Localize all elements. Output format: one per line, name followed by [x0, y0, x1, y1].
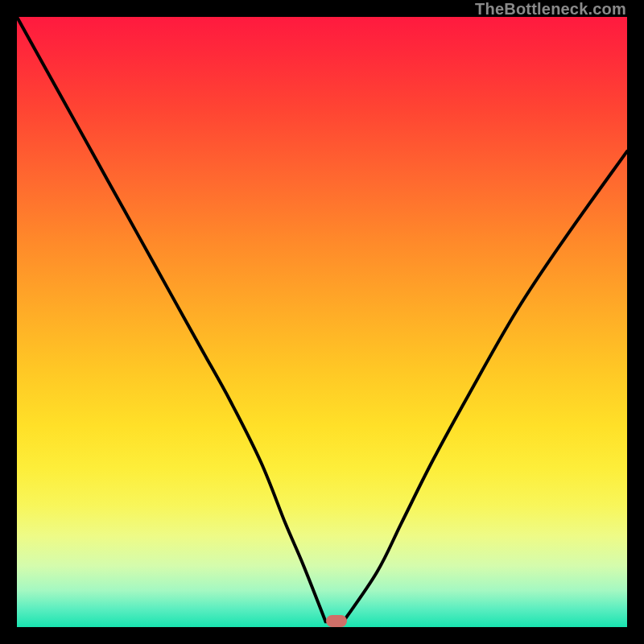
optimum-marker [326, 615, 347, 627]
watermark-text: TheBottleneck.com [475, 0, 626, 19]
chart-frame: TheBottleneck.com [0, 0, 644, 644]
bottleneck-curve [17, 17, 627, 627]
